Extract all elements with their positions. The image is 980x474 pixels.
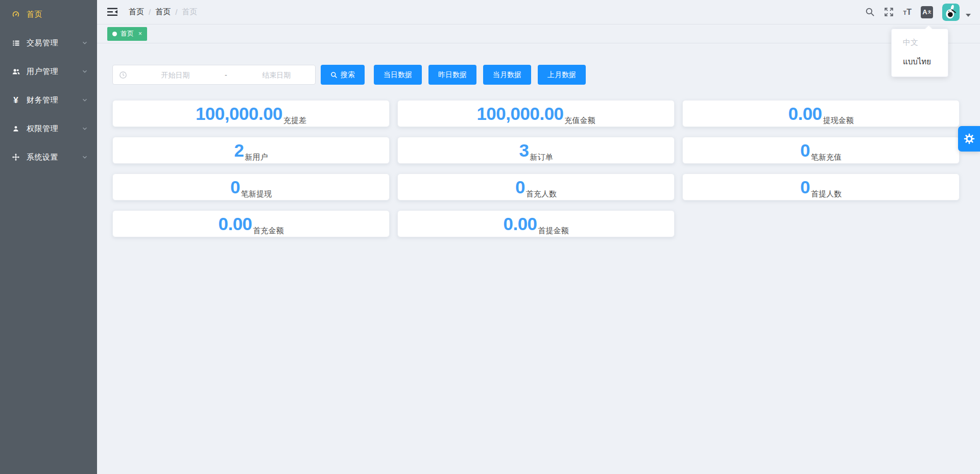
stat-card-7: 0首充人数 <box>397 173 675 201</box>
language-dropdown: 中文แบบไทย <box>891 29 948 77</box>
fullscreen-icon[interactable] <box>884 7 894 17</box>
tab-home[interactable]: 首页 × <box>107 27 147 41</box>
stat-value: 0.00 <box>218 215 252 233</box>
stat-value: 0 <box>230 178 240 196</box>
quick-range-buttons: 当日数据昨日数据当月数据上月数据 <box>374 65 586 85</box>
quick-range-button-2[interactable]: 当月数据 <box>483 65 531 85</box>
filter-row: - 搜索 当日数据昨日数据当月数据上月数据 <box>112 65 960 85</box>
search-icon[interactable] <box>865 7 875 17</box>
stat-card-5: 0笔新充值 <box>682 137 960 164</box>
stat-label: 首提人数 <box>811 189 842 200</box>
quick-range-button-3[interactable]: 上月数据 <box>538 65 586 85</box>
stat-value: 0 <box>515 178 525 196</box>
sidebar-item-5[interactable]: 系统设置 <box>0 143 97 171</box>
stat-label: 新订单 <box>530 153 553 163</box>
sidebar-item-label: 权限管理 <box>27 124 82 134</box>
tab-label: 首页 <box>121 29 134 38</box>
sidebar-item-2[interactable]: 用户管理 <box>0 57 97 86</box>
stat-value: 0.00 <box>503 215 537 233</box>
breadcrumb-separator: / <box>175 8 177 16</box>
stat-label: 首充金额 <box>253 226 284 237</box>
content: - 搜索 当日数据昨日数据当月数据上月数据 100,000.00充提差100,0… <box>97 43 980 474</box>
main-area: 首页/首页/首页 TTA文 中文แบบไทย 首页 × - <box>97 0 980 474</box>
stat-value: 0 <box>800 178 810 196</box>
sidebar-item-3[interactable]: ¥财务管理 <box>0 86 97 114</box>
tab-active-dot-icon <box>112 32 117 36</box>
breadcrumb-item-2: 首页 <box>182 7 197 17</box>
search-button[interactable]: 搜索 <box>321 65 365 85</box>
date-range-separator: - <box>222 71 230 79</box>
gear-icon <box>963 133 975 145</box>
chevron-down-icon <box>82 68 88 74</box>
breadcrumb-separator: / <box>149 8 151 16</box>
sidebar-item-1[interactable]: 交易管理 <box>0 29 97 57</box>
breadcrumb-item-1[interactable]: 首页 <box>155 7 171 17</box>
sidebar-item-label: 用户管理 <box>27 67 82 77</box>
chevron-down-icon <box>82 40 88 46</box>
sidebar-collapse-icon[interactable] <box>107 8 117 16</box>
sidebar-item-label: 首页 <box>27 10 88 19</box>
start-date-input[interactable] <box>129 71 222 79</box>
quick-range-button-1[interactable]: 昨日数据 <box>428 65 476 85</box>
chevron-down-icon <box>82 154 88 160</box>
stat-label: 充值金额 <box>565 116 595 127</box>
stat-card-6: 0笔新提现 <box>112 173 390 201</box>
stat-label: 充提差 <box>283 116 306 127</box>
stat-value: 100,000.00 <box>476 105 563 122</box>
stat-value: 100,000.00 <box>196 105 282 122</box>
tab-close-icon[interactable]: × <box>138 31 142 37</box>
breadcrumb-item-0[interactable]: 首页 <box>129 7 144 17</box>
sidebar: 首页交易管理用户管理¥财务管理权限管理系统设置 <box>0 0 97 474</box>
search-icon <box>330 71 338 79</box>
stat-value: 0 <box>800 141 810 159</box>
stat-label: 笔新提现 <box>241 189 272 200</box>
dashboard-icon <box>11 10 20 19</box>
stat-label: 首充人数 <box>526 189 557 200</box>
stat-label: 笔新充值 <box>811 153 842 163</box>
stat-card-2: 0.00提现金额 <box>682 100 960 127</box>
breadcrumb: 首页/首页/首页 <box>129 7 197 17</box>
search-button-label: 搜索 <box>341 70 355 80</box>
chevron-down-icon <box>82 126 88 132</box>
finance-icon: ¥ <box>11 95 20 105</box>
stat-label: 提现金额 <box>823 116 854 127</box>
stat-label: 首提金额 <box>538 226 569 237</box>
stat-label: 新用户 <box>245 153 268 163</box>
sidebar-item-label: 系统设置 <box>27 153 82 162</box>
sidebar-item-label: 交易管理 <box>27 38 82 48</box>
topbar: 首页/首页/首页 TTA文 <box>97 0 980 24</box>
clock-icon <box>119 71 127 79</box>
language-option-0: 中文 <box>892 34 948 52</box>
quick-range-button-0[interactable]: 当日数据 <box>374 65 422 85</box>
stat-card-8: 0首提人数 <box>682 173 960 201</box>
stat-value: 0.00 <box>788 105 822 122</box>
settings-panel-button[interactable] <box>958 126 980 152</box>
chevron-down-icon <box>82 97 88 103</box>
font-size-icon[interactable]: TT <box>903 8 912 16</box>
sidebar-item-0[interactable]: 首页 <box>0 0 97 29</box>
users-icon <box>11 67 20 76</box>
date-range-picker[interactable]: - <box>112 65 316 85</box>
stat-card-10: 0.00首提金额 <box>397 210 675 237</box>
translate-icon[interactable]: A文 <box>921 6 933 18</box>
sidebar-menu: 首页交易管理用户管理¥财务管理权限管理系统设置 <box>0 0 97 171</box>
stat-card-0: 100,000.00充提差 <box>112 100 390 127</box>
stat-card-9: 0.00首充金额 <box>112 210 390 237</box>
stat-value: 2 <box>234 141 244 159</box>
caret-down-icon[interactable] <box>966 14 971 17</box>
end-date-input[interactable] <box>230 71 323 79</box>
topbar-actions: TTA文 <box>865 4 971 21</box>
tab-strip: 首页 × <box>97 24 980 43</box>
stat-card-1: 100,000.00充值金额 <box>397 100 675 127</box>
orders-icon <box>11 38 20 47</box>
stat-card-3: 2新用户 <box>112 137 390 164</box>
permission-icon <box>11 124 20 133</box>
stat-card-4: 3新订单 <box>397 137 675 164</box>
sidebar-item-4[interactable]: 权限管理 <box>0 114 97 143</box>
language-option-1[interactable]: แบบไทย <box>892 52 948 72</box>
avatar[interactable] <box>942 4 960 21</box>
stat-value: 3 <box>519 141 529 159</box>
sidebar-item-label: 财务管理 <box>27 95 82 105</box>
stats-grid: 100,000.00充提差100,000.00充值金额0.00提现金额2新用户3… <box>112 100 960 237</box>
settings-icon <box>11 153 20 162</box>
